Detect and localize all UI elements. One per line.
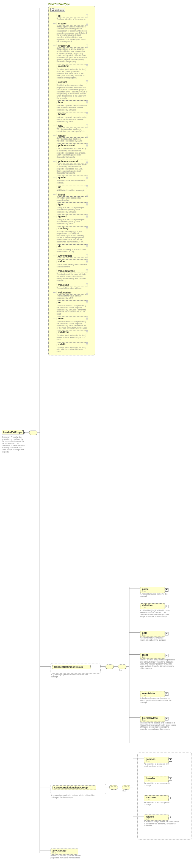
- root-element-headerExtProperty[interactable]: headerExtProperty: [2, 430, 24, 434]
- attribute-pubconstrainturi[interactable]: pubconstrainturiOne or many constraints …: [56, 159, 88, 175]
- element-broader-desc: An identifier of a more generic concept.: [144, 782, 177, 786]
- expand-icon[interactable]: +: [165, 605, 168, 608]
- root-element-label: headerExtProperty: [3, 431, 25, 434]
- attribute-list: idThe local identifier of the property. …: [53, 13, 93, 353]
- attribute-uri[interactable]: uriA URI which identifies a concept.: [56, 185, 88, 192]
- element-related-desc: A related concept, where the relationshi…: [144, 820, 180, 827]
- expand-icon[interactable]: +: [165, 654, 168, 657]
- attribute-validto[interactable]: validtoThe date (and, optionally, the ti…: [56, 342, 88, 353]
- attribute-valuedatatype[interactable]: valuedatatypeThe datatype of the value a…: [56, 269, 88, 282]
- attribute-any-other[interactable]: any ##other: [56, 253, 88, 258]
- attribute-dir[interactable]: dirThe directionality of textual content…: [56, 244, 88, 253]
- mult-cdg: 0..∞: [119, 669, 122, 671]
- attribute-xml-lang[interactable]: xml:langSpecifies the language of this p…: [56, 226, 88, 243]
- attribute-custom[interactable]: customIf set to true the corresponding p…: [56, 80, 88, 99]
- element-related[interactable]: related0..∞+: [144, 814, 169, 820]
- attribute-valueunit[interactable]: valueunitThe unit of the value attribute…: [56, 282, 88, 289]
- type-title: Flex2ExtPropType: [48, 3, 70, 5]
- compositor-sequence-root: [29, 431, 37, 435]
- element-any-other[interactable]: any ##other0..∞: [51, 848, 78, 855]
- attributes-header[interactable]: attributes: [50, 8, 65, 12]
- group-concept-relationships[interactable]: ConceptRelationshipsGroup: [52, 785, 96, 790]
- expand-icon[interactable]: +: [169, 758, 172, 762]
- element-definition-desc: A natural language definition of the sem…: [140, 609, 173, 618]
- compositor-choice-crg: [122, 785, 130, 789]
- compositor-choice-cdg: [118, 664, 127, 669]
- attribute-type[interactable]: typeThe type of the concept assigned as …: [56, 202, 88, 213]
- element-hierarchyinfo[interactable]: hierarchyInfo0..∞+: [140, 716, 165, 722]
- expand-icon[interactable]: +: [165, 632, 168, 636]
- compositor-sequence-cdg: [106, 664, 114, 669]
- element-note[interactable]: note0..∞+: [140, 631, 165, 637]
- expand-icon[interactable]: +: [165, 588, 168, 592]
- attribute-creator[interactable]: creatorIf the property value is not defi…: [56, 21, 88, 43]
- attribute-validfrom[interactable]: validfromThe date (and, optionally, the …: [56, 330, 88, 341]
- attribute-pubconstraint[interactable]: pubconstraintOne or many constraints tha…: [56, 143, 88, 158]
- element-hierarchyinfo-desc: Represents the position of a concept in …: [140, 722, 176, 730]
- type-container: attributes idThe local identifier of the…: [48, 6, 95, 355]
- attribute-qcode[interactable]: qcodeA qualified code which identifies a…: [56, 175, 88, 184]
- attribute-whyuri[interactable]: whyuriWhy the metadata has been included…: [56, 133, 88, 142]
- attribute-valueunituri[interactable]: valueunituriThe unit of the value attrib…: [56, 290, 88, 299]
- group-concept-definition-desc: A group of properties required to define…: [51, 674, 92, 678]
- expand-icon[interactable]: +: [169, 816, 172, 819]
- element-facet[interactable]: facet0..∞+: [140, 653, 165, 659]
- expand-icon[interactable]: +: [165, 717, 168, 720]
- element-broader[interactable]: broader0..∞+: [144, 776, 169, 782]
- element-definition[interactable]: definition0..∞+: [140, 603, 165, 609]
- element-remoteinfo-desc: A link to an item or a web resource whic…: [140, 697, 173, 704]
- group-concept-definition[interactable]: ConceptDefinitionGroup: [52, 665, 91, 669]
- attribute-how[interactable]: howIndicates by which means the value wa…: [56, 100, 88, 111]
- element-sameas-desc: An identifier of a concept with equivale…: [144, 763, 177, 767]
- element-remoteinfo[interactable]: remoteInfo0..∞+: [140, 691, 165, 697]
- element-facet-desc: In NAR 1.8 and later, facet is deprecate…: [140, 659, 176, 669]
- attribute-why[interactable]: whyWhy the metadata has been included - …: [56, 123, 88, 132]
- attribute-modified[interactable]: modifiedThe date (and, optionally, the t…: [56, 64, 88, 79]
- attribute-typeuri[interactable]: typeuriThe type of the concept assigned …: [56, 214, 88, 225]
- element-narrower-desc: An identifier of a more specific concept…: [144, 801, 177, 805]
- element-name-desc: A natural language name for the concept.: [140, 593, 173, 597]
- attribute-rel[interactable]: relThe identifier of a concept defining …: [56, 300, 88, 315]
- group-concept-relationships-label: ConceptRelationshipsGroup: [54, 786, 88, 789]
- group-concept-relationships-desc: A group of properties to indicate relati…: [51, 794, 95, 798]
- root-element-desc: Extension Property; the semantics are de…: [2, 436, 25, 453]
- attributes-header-label: attributes: [55, 9, 64, 11]
- element-sameas[interactable]: sameAs0..∞+: [144, 757, 169, 763]
- group-concept-definition-label: ConceptDefinitionGroup: [54, 665, 83, 668]
- attribute-literal[interactable]: literalA free-text value assigned as pro…: [56, 192, 88, 201]
- attribute-creatoruri[interactable]: creatoruriIf the attribute is empty, spe…: [56, 43, 88, 63]
- attribute-id[interactable]: idThe local identifier of the property.: [56, 13, 88, 21]
- element-name[interactable]: name0..∞+: [140, 587, 165, 593]
- compositor-sequence-crg: [109, 785, 118, 789]
- element-note-desc: Additional natural language information …: [140, 637, 173, 641]
- expand-icon[interactable]: +: [165, 692, 168, 696]
- element-any-other-desc: Extension point for provider-defined pro…: [51, 855, 89, 859]
- attribute-value[interactable]: valueThe attribute value (see more in th…: [56, 259, 88, 268]
- diagram-canvas: headerExtProperty Extension Property; th…: [0, 0, 194, 868]
- element-narrower[interactable]: narrower0..∞+: [144, 795, 169, 801]
- attribute-howuri[interactable]: howuriIndicates by which means the value…: [56, 112, 88, 123]
- mult-crg: 0..∞: [122, 790, 126, 792]
- expand-icon[interactable]: +: [169, 777, 172, 781]
- attribute-reluri[interactable]: reluriThe identifier of a concept defini…: [56, 316, 88, 329]
- expand-icon[interactable]: +: [169, 797, 172, 800]
